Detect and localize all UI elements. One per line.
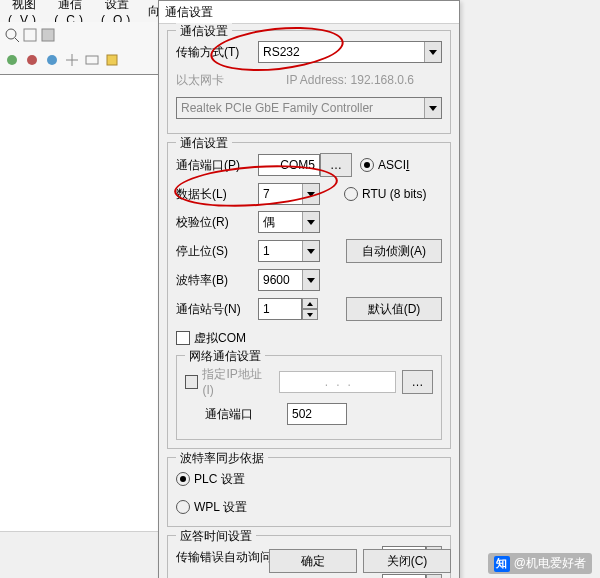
svg-rect-3: [42, 29, 54, 41]
transfer-mode-combo[interactable]: RS232: [258, 41, 442, 63]
ethernet-label: 以太网卡: [176, 72, 258, 89]
svg-point-0: [6, 29, 16, 39]
dialog-title: 通信设置: [159, 1, 459, 24]
tool-icon[interactable]: [44, 52, 60, 71]
chevron-down-icon: [424, 98, 441, 118]
tool-icon[interactable]: [64, 52, 80, 71]
ip-browse-button: …: [402, 370, 433, 394]
stop-bits-combo[interactable]: 1: [258, 240, 320, 262]
group-network: 网络通信设置 指定IP地址(I) ... … 通信端口 502: [176, 355, 442, 440]
svg-rect-8: [107, 55, 117, 65]
tool-icon[interactable]: [40, 27, 56, 43]
toolbar-2: [0, 48, 164, 75]
spin-down-icon[interactable]: [302, 309, 318, 320]
comm-settings-dialog: 通信设置 通信设置 传输方式(T) RS232 以太网卡 IP Address:…: [158, 0, 460, 578]
com-port-browse-button[interactable]: …: [320, 153, 352, 177]
ethernet-adapter-combo: Realtek PCIe GbE Family Controller: [176, 97, 442, 119]
toolbar-1: [0, 22, 164, 49]
svg-point-5: [27, 55, 37, 65]
group-serial: 通信设置 通信端口(P) COM5 … ASCII 数据长(L) 7: [167, 142, 451, 449]
group-legend: 通信设置: [176, 135, 232, 152]
rtu-radio[interactable]: RTU (8 bits): [344, 187, 426, 201]
station-label: 通信站号(N): [176, 301, 258, 318]
svg-point-4: [7, 55, 17, 65]
tool-icon[interactable]: [4, 52, 20, 71]
ok-button[interactable]: 确定: [269, 549, 357, 573]
interval-spinner[interactable]: 3: [382, 574, 442, 578]
spin-up-icon[interactable]: [302, 298, 318, 309]
auto-detect-button[interactable]: 自动侦测(A): [346, 239, 442, 263]
com-port-label: 通信端口(P): [176, 157, 258, 174]
group-legend: 通信设置: [176, 23, 232, 40]
group-legend: 网络通信设置: [185, 348, 265, 365]
group-baud-sync: 波特率同步依据 PLC 设置 WPL 设置: [167, 457, 451, 527]
chevron-down-icon: [302, 184, 319, 204]
chevron-down-icon: [302, 241, 319, 261]
group-legend: 应答时间设置: [176, 528, 256, 545]
svg-rect-7: [86, 56, 98, 64]
baud-combo[interactable]: 9600: [258, 269, 320, 291]
data-length-combo[interactable]: 7: [258, 183, 320, 205]
tool-icon[interactable]: [4, 27, 20, 43]
parity-combo[interactable]: 偶: [258, 211, 320, 233]
watermark: 知 @机电爱好者: [488, 553, 592, 574]
com-port-combo[interactable]: COM5: [258, 154, 320, 176]
chevron-down-icon: [302, 270, 319, 290]
chevron-down-icon: [302, 212, 319, 232]
data-length-label: 数据长(L): [176, 186, 258, 203]
tool-icon[interactable]: [24, 52, 40, 71]
assign-ip-checkbox: 指定IP地址(I): [185, 366, 270, 397]
net-port-input[interactable]: 502: [287, 403, 347, 425]
app-root: 视图(V) 通信(C) 设置(O) 向 通信设置 通信设置 传输方式(T) RS…: [0, 0, 600, 578]
spin-up-icon[interactable]: [426, 574, 442, 578]
transfer-mode-label: 传输方式(T): [176, 44, 258, 61]
svg-rect-2: [24, 29, 36, 41]
svg-point-6: [47, 55, 57, 65]
svg-line-1: [15, 38, 19, 42]
tool-icon[interactable]: [84, 52, 100, 71]
group-connection: 通信设置 传输方式(T) RS232 以太网卡 IP Address: 192.…: [167, 30, 451, 134]
ip-readout: IP Address: 192.168.0.6: [258, 73, 442, 87]
virtual-com-checkbox[interactable]: 虚拟COM: [176, 330, 246, 347]
net-port-label: 通信端口: [205, 406, 287, 423]
plc-setting-radio[interactable]: PLC 设置: [176, 471, 245, 488]
tool-icon[interactable]: [104, 52, 120, 71]
wpl-setting-radio[interactable]: WPL 设置: [176, 499, 247, 516]
default-button[interactable]: 默认值(D): [346, 297, 442, 321]
parity-label: 校验位(R): [176, 214, 258, 231]
stop-bits-label: 停止位(S): [176, 243, 258, 260]
main-menu: 视图(V) 通信(C) 设置(O) 向: [0, 0, 164, 23]
tool-icon[interactable]: [22, 27, 38, 43]
ascii-radio[interactable]: ASCII: [360, 158, 409, 172]
document-area: [0, 74, 161, 532]
ip-address-field: ...: [279, 371, 396, 393]
group-legend: 波特率同步依据: [176, 450, 268, 467]
zhihu-icon: 知: [494, 556, 510, 572]
status-bar: [0, 531, 160, 556]
chevron-down-icon: [424, 42, 441, 62]
close-button[interactable]: 关闭(C): [363, 549, 451, 573]
baud-label: 波特率(B): [176, 272, 258, 289]
station-spinner[interactable]: 1: [258, 298, 318, 320]
